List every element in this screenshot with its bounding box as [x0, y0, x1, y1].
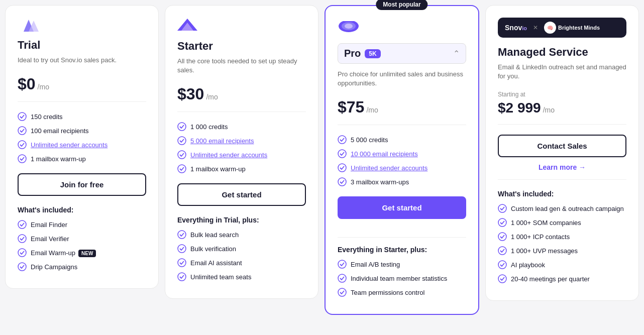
starter-feature-3: Unlimited sender accounts	[177, 150, 306, 159]
managed-price: $2 999	[498, 100, 541, 116]
check-icon	[338, 288, 347, 297]
trial-icon	[18, 18, 146, 33]
contact-sales-button[interactable]: Contact Sales	[498, 135, 626, 157]
svg-point-7	[18, 235, 26, 243]
starter-price-row: $30 /mo	[177, 85, 306, 112]
starter-included-4: Unlimited team seats	[177, 272, 306, 281]
trial-price: $0	[18, 75, 36, 93]
trial-price-mo: /mo	[38, 83, 49, 91]
trial-feature-3: Unlimited sender accounts	[18, 140, 146, 149]
check-icon	[338, 135, 347, 144]
svg-point-19	[178, 273, 186, 281]
svg-point-35	[498, 275, 506, 283]
svg-point-22	[345, 24, 353, 29]
svg-point-3	[18, 127, 26, 135]
check-icon	[498, 232, 507, 241]
pro-cta-button[interactable]: Get started	[338, 196, 466, 219]
starter-plan-desc: All the core tools needed to set up stea…	[177, 57, 306, 75]
svg-point-18	[178, 259, 186, 267]
pro-included-list: Email A/B testing Individual team member…	[338, 260, 466, 297]
svg-point-15	[178, 165, 186, 173]
svg-point-23	[338, 136, 346, 144]
starter-feature-1: 1 000 credits	[177, 122, 306, 131]
svg-point-16	[178, 231, 186, 239]
check-icon	[338, 274, 347, 283]
learn-more-anchor[interactable]: Learn more →	[539, 163, 586, 171]
managed-price-row: $2 999 /mo	[498, 100, 626, 125]
trial-included-2: Email Verifier	[18, 234, 146, 243]
check-icon	[177, 244, 186, 253]
trial-card: Trial Ideal to try out Snov.io sales pac…	[5, 5, 159, 289]
check-icon	[18, 140, 27, 149]
managed-plan-desc: Email & LinkedIn outreach set and manage…	[498, 63, 626, 81]
brightest-minds-logo: 🧠 Brightest Minds	[544, 22, 600, 34]
most-popular-badge: Most popular	[376, 0, 427, 10]
svg-point-25	[338, 164, 346, 172]
pro-divider	[338, 237, 466, 238]
check-icon	[177, 136, 186, 145]
pro-price-mo: /mo	[366, 106, 378, 114]
trial-cta-button[interactable]: Join for free	[18, 173, 146, 196]
trial-included-title: What's included:	[18, 206, 146, 214]
svg-point-30	[498, 204, 506, 212]
svg-point-17	[178, 245, 186, 253]
starter-feature-4: 1 mailbox warm-up	[177, 164, 306, 173]
starter-card: Starter All the core tools needed to set…	[165, 5, 318, 299]
managed-included-title: What's included:	[498, 190, 626, 198]
bm-icon: 🧠	[544, 22, 556, 34]
svg-point-33	[498, 247, 506, 255]
svg-point-14	[178, 151, 186, 159]
pro-plan-selector[interactable]: Pro 5K ⌃	[338, 43, 466, 64]
svg-point-24	[338, 150, 346, 158]
pro-feature-3: Unlimited sender accounts	[338, 163, 466, 172]
starter-included-3: Email AI assistant	[177, 258, 306, 267]
learn-more-link[interactable]: Learn more →	[498, 163, 626, 180]
chevron-down-icon: ⌃	[453, 49, 460, 58]
starter-plan-name: Starter	[177, 40, 306, 53]
starter-icon	[177, 18, 306, 34]
check-icon	[18, 126, 27, 135]
bm-text: Brightest Minds	[558, 25, 600, 31]
svg-point-6	[18, 220, 26, 229]
check-icon	[177, 272, 186, 281]
check-icon	[338, 177, 347, 186]
check-icon	[338, 163, 347, 172]
trial-feature-1: 150 credits	[18, 112, 146, 121]
pro-price: $75	[338, 98, 364, 117]
starter-included-list: Bulk lead search Bulk verification Email…	[177, 230, 306, 281]
pro-included-title: Everything in Starter, plus:	[338, 246, 466, 254]
pro-feature-4: 3 mailbox warm-ups	[338, 177, 466, 186]
managed-included-1: Custom lead gen & outreach campaign	[498, 204, 626, 213]
pro-plan-desc: Pro choice for unlimited sales and busin…	[338, 70, 466, 88]
check-icon	[18, 248, 27, 257]
svg-point-5	[18, 155, 26, 163]
snov-logo-text: Snovio	[505, 24, 527, 32]
starter-included-2: Bulk verification	[177, 244, 306, 253]
managed-included-list: Custom lead gen & outreach campaign 1 00…	[498, 204, 626, 283]
check-icon	[18, 220, 27, 229]
check-icon	[498, 204, 507, 213]
managed-included-2: 1 000+ SOM companies	[498, 218, 626, 227]
starter-included-1: Bulk lead search	[177, 230, 306, 239]
managed-price-mo: /mo	[543, 106, 555, 114]
trial-included-4: Drip Campaigns	[18, 262, 146, 271]
trial-included-1: Email Finder	[18, 220, 146, 229]
trial-price-row: $0 /mo	[18, 75, 146, 102]
check-icon	[177, 258, 186, 267]
svg-point-28	[338, 274, 346, 282]
check-icon	[177, 150, 186, 159]
pro-feature-1: 5 000 credits	[338, 135, 466, 144]
managed-card: Snovio ✕ 🧠 Brightest Minds Managed Servi…	[485, 5, 639, 301]
starter-cta-button[interactable]: Get started	[177, 183, 306, 206]
managed-plan-name: Managed Service	[498, 46, 626, 59]
managed-included-5: AI playbook	[498, 260, 626, 269]
managed-starting-at: Starting at	[498, 91, 626, 98]
pro-features: 5 000 credits 10 000 email recipients Un…	[338, 135, 466, 186]
pro-price-row: $75 /mo	[338, 98, 466, 125]
check-icon	[498, 274, 507, 283]
trial-included-3: Email Warm-upNEW	[18, 248, 146, 257]
svg-point-31	[498, 218, 506, 227]
trial-plan-desc: Ideal to try out Snov.io sales pack.	[18, 56, 146, 65]
svg-point-9	[18, 263, 26, 271]
starter-price: $30	[177, 85, 204, 103]
